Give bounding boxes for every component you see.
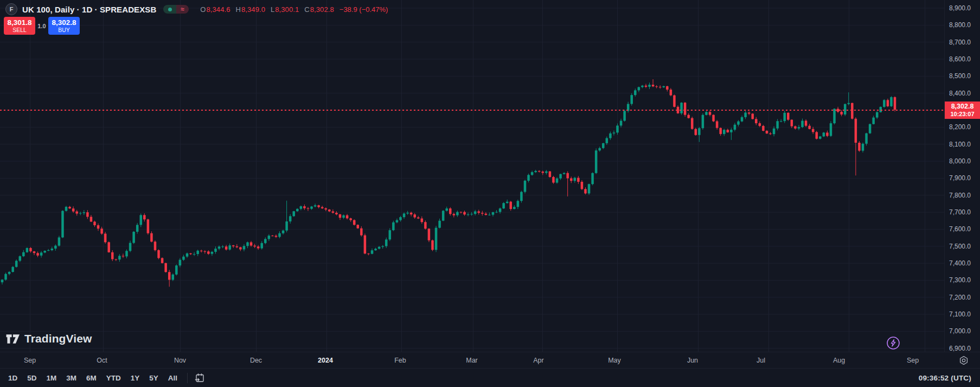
go-to-date-button[interactable] <box>193 371 207 385</box>
candle <box>260 243 263 249</box>
candle <box>695 129 697 135</box>
candle <box>520 192 523 201</box>
candle <box>406 213 409 214</box>
tradingview-logo[interactable]: TradingView <box>5 332 92 345</box>
sell-button[interactable]: 8,301.8 SELL <box>4 17 35 35</box>
candle <box>268 236 271 239</box>
candle <box>805 120 808 125</box>
candle <box>808 126 811 129</box>
candle <box>417 218 420 219</box>
candle <box>510 202 513 210</box>
buy-button[interactable]: 8,302.8 BUY <box>48 17 80 35</box>
candle <box>392 223 395 230</box>
range-6m-button[interactable]: 6M <box>82 372 101 384</box>
candle <box>385 239 388 246</box>
candle <box>61 211 64 237</box>
candle <box>83 212 86 213</box>
candle <box>228 245 231 250</box>
price-tick-label: 8,500.0 <box>949 72 971 80</box>
candle <box>648 85 651 87</box>
candle <box>830 123 832 136</box>
candle <box>399 217 402 220</box>
candle <box>29 248 32 251</box>
candle <box>773 129 776 134</box>
range-all-button[interactable]: All <box>164 372 182 384</box>
candle <box>552 177 555 182</box>
range-5d-button[interactable]: 5D <box>23 372 41 384</box>
time-axis-settings-button[interactable] <box>958 355 969 368</box>
candle <box>214 249 217 252</box>
time-tick-may: May <box>608 357 621 364</box>
time-tick-oct: Oct <box>97 357 107 364</box>
candle <box>314 205 317 206</box>
price-tick-label: 7,900.0 <box>949 174 971 182</box>
candle <box>321 207 324 208</box>
candle <box>442 211 445 220</box>
candle <box>107 242 110 252</box>
buy-label: BUY <box>58 27 70 33</box>
candle <box>570 179 573 181</box>
candle <box>595 150 598 173</box>
candle <box>517 201 520 207</box>
candle <box>723 130 726 134</box>
candle <box>755 119 758 123</box>
candle <box>232 245 235 246</box>
candle <box>545 172 548 173</box>
candle <box>157 250 160 258</box>
candle <box>51 249 54 250</box>
candle <box>513 207 516 209</box>
range-1d-button[interactable]: 1D <box>4 372 22 384</box>
range-1m-button[interactable]: 1M <box>42 372 61 384</box>
price-tick-label: 7,000.0 <box>949 327 971 335</box>
candle <box>794 126 797 129</box>
close-label: C <box>304 5 309 14</box>
candlestick-chart[interactable] <box>0 0 945 352</box>
symbol-logo[interactable]: F <box>5 3 17 15</box>
sell-label: SELL <box>12 27 27 33</box>
candle <box>349 218 352 220</box>
time-tick-dec: Dec <box>250 357 262 364</box>
boost-button[interactable] <box>886 335 901 351</box>
time-axis[interactable]: SepOctNovDec2024FebMarAprMayJunJulAugSep <box>0 352 980 369</box>
price-axis[interactable]: 8,302.8 10:23:07 6,900.07,000.07,100.07,… <box>944 0 980 352</box>
close-value: 8,302.8 <box>310 5 334 14</box>
candle <box>616 125 619 132</box>
candle <box>342 215 345 218</box>
candle <box>474 211 477 214</box>
range-1y-button[interactable]: 1Y <box>126 372 144 384</box>
candle <box>250 242 253 245</box>
candle <box>719 128 722 134</box>
candle <box>855 119 857 143</box>
candle <box>143 215 146 219</box>
time-tick-2024: 2024 <box>318 357 333 364</box>
clock-utc[interactable]: 09:36:52 (UTC) <box>919 374 971 382</box>
market-status-toggle[interactable]: ≈ <box>163 5 189 14</box>
bar-countdown: 10:23:07 <box>945 111 980 118</box>
candle <box>445 208 448 211</box>
range-5y-button[interactable]: 5Y <box>145 372 163 384</box>
candle <box>196 251 199 254</box>
candle <box>759 123 761 126</box>
range-ytd-button[interactable]: YTD <box>102 372 125 384</box>
candle <box>698 128 701 135</box>
candle <box>823 132 825 136</box>
candle <box>389 230 392 239</box>
range-3m-button[interactable]: 3M <box>62 372 81 384</box>
symbol-title[interactable]: UK 100, Daily · 1D · SPREADEXSB <box>22 5 156 14</box>
candle <box>495 212 498 212</box>
low-label: L <box>271 5 274 14</box>
candle <box>613 132 616 133</box>
candle <box>584 189 587 193</box>
chart-pane[interactable]: F UK 100, Daily · 1D · SPREADEXSB ≈ O8,3… <box>0 0 945 352</box>
candle <box>748 112 751 113</box>
candle <box>36 253 39 256</box>
price-tick-label: 8,000.0 <box>949 157 971 165</box>
candle <box>506 202 509 204</box>
candle <box>292 211 295 216</box>
candle <box>193 254 196 255</box>
candle <box>705 112 708 115</box>
lightning-circle-icon <box>886 335 901 351</box>
candle <box>11 267 14 272</box>
candle <box>766 131 768 134</box>
price-tick-label: 7,200.0 <box>949 294 971 301</box>
